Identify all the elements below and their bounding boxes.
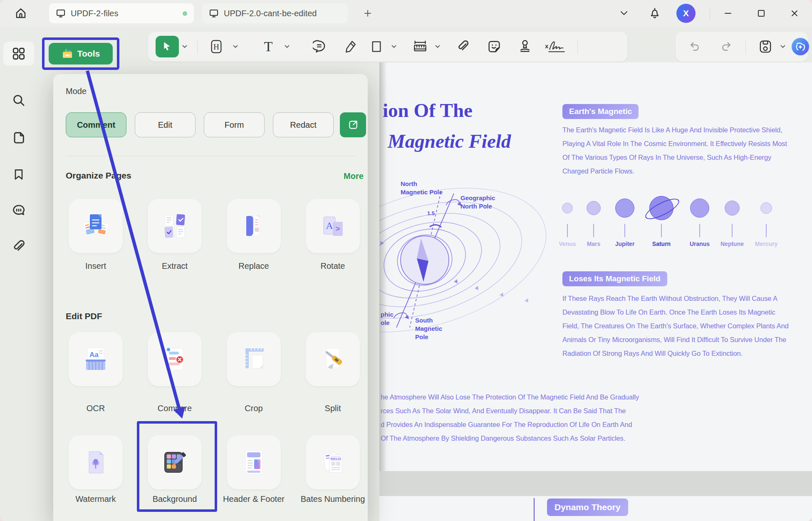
attach-tool-icon[interactable] <box>456 40 470 53</box>
comment-tool-icon[interactable] <box>313 40 326 53</box>
panel-item-insert[interactable] <box>69 199 123 253</box>
sidebar-item-search[interactable] <box>0 93 37 107</box>
panel-item-label: Replace <box>218 260 289 271</box>
tabs-dropdown-chevron[interactable] <box>615 5 633 22</box>
tools-button[interactable]: Tools <box>49 43 113 65</box>
mode-button-comment[interactable]: Comment <box>66 112 126 137</box>
sidebar-item-attachments[interactable] <box>0 240 37 254</box>
redo-button[interactable] <box>720 41 732 52</box>
edit-pdf-title: Edit PDF <box>66 311 102 321</box>
open-in-new-window-button[interactable] <box>340 112 366 137</box>
ai-assistant-button[interactable] <box>791 37 810 56</box>
mode-label: Comment <box>77 120 115 130</box>
text-tool-icon[interactable]: T <box>261 39 275 54</box>
doc-paragraph-line: Radiation Of Strong Rays And Will Quickl… <box>562 350 743 357</box>
mode-button-form[interactable]: Form <box>204 112 265 137</box>
tab-updf-2-cant-be-edited[interactable]: UPDF-2.0-cant-be-edited <box>202 3 348 23</box>
sidebar-item-comments[interactable] <box>0 203 37 217</box>
panel-item-label: Crop <box>218 403 289 414</box>
undo-button[interactable] <box>689 41 701 52</box>
mode-button-redact[interactable]: Redact <box>273 112 334 137</box>
label-south-1: South <box>415 317 433 324</box>
window-titlebar: UPDF-2-files UPDF-2.0-cant-be-edited X <box>0 0 812 27</box>
avatar[interactable]: X <box>676 4 696 23</box>
page-gap <box>379 471 812 496</box>
new-tab-button[interactable] <box>359 5 377 22</box>
pdf-page-2: Dynamo Theory <box>379 496 812 521</box>
panel-item-background[interactable] <box>148 435 202 489</box>
panel-item-label: Header & Footer <box>218 494 289 504</box>
updf-app-window: ion Of The Magnetic Field <box>0 0 812 521</box>
cursor-icon <box>162 41 172 52</box>
select-tool-button[interactable] <box>156 36 179 57</box>
panel-item-bates-numbering[interactable]: 000123 <box>306 435 360 489</box>
panel-item-replace[interactable] <box>227 199 281 253</box>
signature-tool-icon[interactable]: x <box>544 39 569 54</box>
doc-paragraph-line: Charged Particle Flows. <box>562 167 634 175</box>
svg-text:Aa: Aa <box>89 351 99 359</box>
label-geo-south-cut-2: ole <box>381 319 390 326</box>
titlebar-divider <box>710 7 710 19</box>
doc-paragraph-line: The Earth's Magnetic Field Is Like A Hug… <box>562 126 782 134</box>
doc-paragraph-line: Of The Atmosphere By Shielding Dangerous… <box>381 434 625 442</box>
label-geo-south-cut-1: phic <box>381 311 394 318</box>
main-toolbar: H T x <box>148 32 627 62</box>
panel-item-label: Split <box>297 403 368 414</box>
measure-tool-icon[interactable] <box>413 40 427 53</box>
tools-panel: Mode Comment Edit Form Redact Organize P… <box>53 74 368 521</box>
panel-item-crop[interactable] <box>227 332 281 386</box>
toolbar-divider <box>577 39 578 54</box>
doc-paragraph-line: If These Rays Reach The Earth Without Ob… <box>562 295 777 303</box>
measure-tool-chevron[interactable] <box>435 45 440 48</box>
sidebar-item-tools-grid[interactable] <box>0 47 37 61</box>
ocr-icon: Aa <box>82 346 109 372</box>
panel-item-header-footer[interactable] <box>227 435 281 489</box>
planets-row: Venus Mars Jupiter Saturn Uranus Nep <box>561 187 785 250</box>
panel-item-split[interactable] <box>306 332 360 386</box>
doc-paragraph-line: rces Such As The Solar Wind, And Eventua… <box>381 407 626 415</box>
tools-folder-icon <box>62 48 73 59</box>
panel-item-compare[interactable] <box>148 332 202 386</box>
sidebar-item-bookmarks[interactable] <box>0 167 37 181</box>
doc-paragraph-line: d Provides An Indispensable Guarantee Fo… <box>381 421 632 429</box>
highlight-tool-chevron[interactable] <box>233 45 238 48</box>
pen-tool-icon[interactable] <box>344 40 357 53</box>
minimize-button[interactable] <box>719 5 737 22</box>
save-options-chevron[interactable] <box>780 45 785 48</box>
svg-text:x: x <box>545 43 548 50</box>
save-button[interactable] <box>759 40 772 54</box>
split-icon <box>319 346 346 372</box>
panel-item-label: Bates Numbering <box>297 494 368 504</box>
panel-item-label: Compare <box>139 403 210 414</box>
panel-item-extract[interactable] <box>148 199 202 253</box>
bates-numbering-icon: 000123 <box>319 449 346 476</box>
panel-item-ocr[interactable]: Aa <box>69 332 123 386</box>
panel-item-watermark[interactable] <box>69 435 123 489</box>
replace-icon <box>240 213 267 239</box>
stamp-tool-icon[interactable] <box>519 40 531 54</box>
shape-tool-chevron[interactable] <box>391 45 396 48</box>
external-link-icon <box>348 119 359 130</box>
monitor-icon <box>56 8 66 18</box>
shape-tool-icon[interactable] <box>371 40 382 53</box>
notifications-bell-icon[interactable] <box>646 5 664 22</box>
background-icon <box>161 449 189 476</box>
monitor-icon <box>209 8 219 18</box>
select-tool-chevron[interactable] <box>182 45 187 48</box>
sidebar-item-page-thumbnails[interactable] <box>0 131 37 145</box>
header-footer-icon <box>240 449 267 476</box>
home-button[interactable] <box>12 5 30 22</box>
mode-button-edit[interactable]: Edit <box>135 112 196 137</box>
close-window-button[interactable] <box>785 5 804 22</box>
sticker-tool-icon[interactable] <box>488 40 501 53</box>
panel-item-rotate[interactable]: A > <box>306 199 360 253</box>
tab-updf-2-files[interactable]: UPDF-2-files <box>49 3 194 23</box>
panel-divider <box>66 156 355 156</box>
organize-more-link[interactable]: More <box>344 171 364 181</box>
maximize-button[interactable] <box>752 5 770 22</box>
panel-item-label: Background <box>139 494 210 504</box>
text-tool-chevron[interactable] <box>285 45 290 48</box>
label-south-2: Magnetic <box>415 325 442 332</box>
mode-label: Form <box>225 120 244 130</box>
highlight-tool-icon[interactable]: H <box>210 40 223 54</box>
